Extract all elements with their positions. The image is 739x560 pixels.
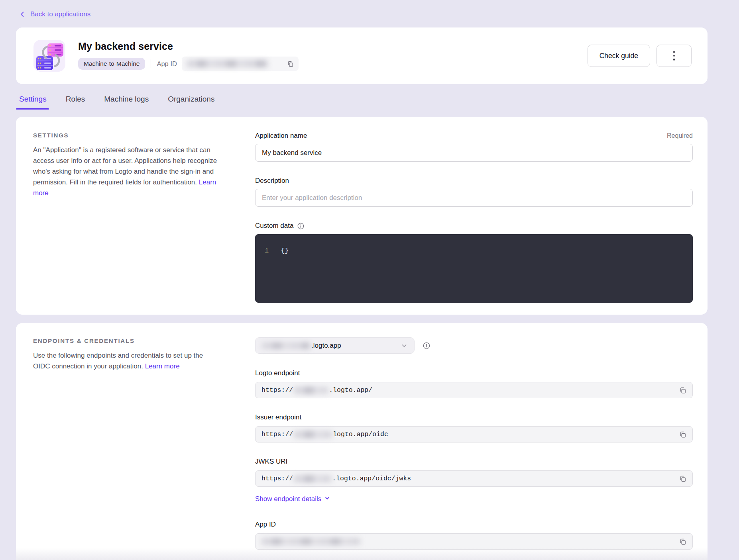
endpoints-section-description: Use the following endpoints and credenti… <box>33 350 217 372</box>
logto-endpoint-field[interactable]: https:// .logto.app/ <box>255 382 693 398</box>
description-label: Description <box>255 177 289 185</box>
back-to-applications-link[interactable]: Back to applications <box>19 10 90 18</box>
endpoints-form: .logto.app Logto endpoint https:// .logt… <box>255 337 693 560</box>
custom-data-code-editor[interactable]: 1 {} <box>255 234 693 303</box>
redacted-app-id-value <box>261 538 360 545</box>
settings-card-intro: SETTINGS An "Application" is a registere… <box>33 132 217 303</box>
copy-icon[interactable] <box>679 475 686 482</box>
redacted-tenant-id <box>262 343 310 349</box>
jwks-uri-field[interactable]: https:// .logto.app/oidc/jwks <box>255 470 693 487</box>
endpoints-card-intro: ENDPOINTS & CREDENTIALS Use the followin… <box>33 337 217 560</box>
tab-settings[interactable]: Settings <box>19 95 47 110</box>
endpoint-suffix: .logto.app/oidc/jwks <box>332 475 411 482</box>
app-id-value-chip <box>182 57 299 71</box>
domain-select-value: .logto.app <box>311 342 341 350</box>
active-tab-underline <box>16 108 49 110</box>
custom-data-field-group: Custom data 1 {} <box>255 222 693 303</box>
app-id-field-label: App ID <box>255 521 276 529</box>
jwks-uri-field-group: JWKS URI https:// .logto.app/oidc/jwks <box>255 458 693 487</box>
more-actions-button[interactable] <box>656 45 692 67</box>
settings-card: SETTINGS An "Application" is a registere… <box>16 117 708 315</box>
back-link-label: Back to applications <box>30 10 90 18</box>
redacted-tenant-id <box>294 431 332 438</box>
endpoint-prefix: https:// <box>261 386 293 394</box>
app-header-card: My backend service Machine-to-Machine Ap… <box>16 27 708 84</box>
required-label: Required <box>667 132 693 139</box>
code-content: {} <box>281 247 289 255</box>
logto-endpoint-label: Logto endpoint <box>255 369 300 377</box>
endpoints-learn-more-link[interactable]: Learn more <box>145 362 180 370</box>
tab-roles[interactable]: Roles <box>66 95 85 110</box>
chevron-down-icon <box>401 342 408 349</box>
settings-section-heading: SETTINGS <box>33 132 217 139</box>
show-endpoint-details-link[interactable]: Show endpoint details <box>255 495 330 503</box>
application-name-input[interactable] <box>255 144 693 162</box>
info-icon[interactable] <box>423 342 430 350</box>
info-icon[interactable] <box>297 222 305 230</box>
meta-divider <box>151 59 151 68</box>
kebab-menu-icon <box>673 51 675 61</box>
chevron-down-icon <box>324 495 330 503</box>
copy-icon[interactable] <box>679 538 686 545</box>
domain-select-row: .logto.app <box>255 337 693 354</box>
app-header-info: My backend service Machine-to-Machine Ap… <box>78 41 299 71</box>
tab-machine-logs[interactable]: Machine logs <box>104 95 149 110</box>
chevron-left-icon <box>19 11 26 18</box>
domain-select[interactable]: .logto.app <box>255 337 415 354</box>
page-title: My backend service <box>78 41 299 52</box>
tab-bar: Settings Roles Machine logs Organization… <box>19 95 708 110</box>
description-input[interactable] <box>255 189 693 207</box>
tab-organizations[interactable]: Organizations <box>168 95 214 110</box>
check-guide-button[interactable]: Check guide <box>588 45 650 67</box>
redacted-tenant-id <box>294 387 328 394</box>
app-id-label: App ID <box>157 60 177 68</box>
endpoint-prefix: https:// <box>261 431 293 438</box>
logto-endpoint-field-group: Logto endpoint https:// .logto.app/ <box>255 369 693 398</box>
jwks-uri-label: JWKS URI <box>255 458 287 466</box>
application-details-page: Back to applications <box>0 0 739 560</box>
app-id-field[interactable] <box>255 533 693 550</box>
header-actions: Check guide <box>588 45 692 67</box>
application-name-field-group: Application name Required <box>255 132 693 162</box>
issuer-endpoint-field[interactable]: https:// logto.app/oidc <box>255 426 693 443</box>
endpoint-suffix: .logto.app/ <box>329 386 372 394</box>
issuer-endpoint-field-group: Issuer endpoint https:// logto.app/oidc <box>255 413 693 443</box>
app-type-badge: Machine-to-Machine <box>78 58 145 70</box>
custom-data-label: Custom data <box>255 222 293 230</box>
endpoint-prefix: https:// <box>261 475 293 482</box>
issuer-endpoint-label: Issuer endpoint <box>255 413 301 421</box>
copy-icon[interactable] <box>679 431 686 438</box>
machine-to-machine-app-icon <box>33 40 65 72</box>
settings-form: Application name Required Description Cu… <box>255 132 693 303</box>
code-line-number: 1 <box>265 247 269 255</box>
application-name-label: Application name <box>255 132 307 140</box>
app-meta-row: Machine-to-Machine App ID <box>78 57 299 71</box>
endpoints-section-heading: ENDPOINTS & CREDENTIALS <box>33 337 217 344</box>
description-field-group: Description <box>255 177 693 207</box>
app-id-field-group: App ID <box>255 521 693 550</box>
endpoint-suffix: logto.app/oidc <box>333 431 388 438</box>
copy-icon[interactable] <box>287 61 294 67</box>
endpoints-credentials-card: ENDPOINTS & CREDENTIALS Use the followin… <box>16 323 708 560</box>
redacted-app-id-value <box>187 60 268 67</box>
redacted-tenant-id <box>294 475 331 482</box>
code-line: 1 {} <box>265 247 693 255</box>
copy-icon[interactable] <box>679 387 686 394</box>
settings-section-description: An "Application" is a registered softwar… <box>33 145 217 198</box>
